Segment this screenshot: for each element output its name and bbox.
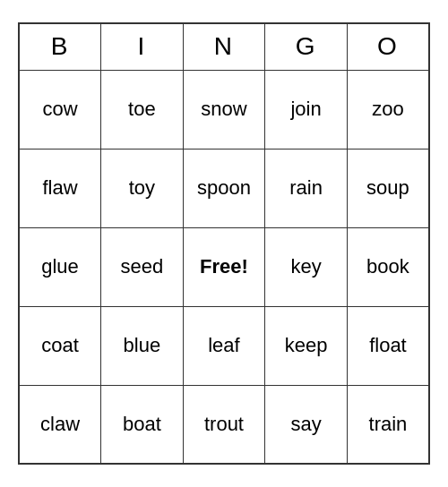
bingo-cell-2-3: key	[265, 227, 348, 306]
bingo-cell-2-2: Free!	[183, 227, 265, 306]
bingo-cell-4-3: say	[265, 385, 348, 464]
bingo-cell-0-3: join	[265, 70, 348, 149]
header-col-i: I	[101, 23, 184, 70]
bingo-cell-0-4: zoo	[347, 70, 429, 149]
bingo-cell-1-0: flaw	[19, 149, 101, 227]
header-col-b: B	[19, 23, 101, 70]
bingo-cell-4-4: train	[347, 385, 429, 464]
bingo-cell-0-2: snow	[183, 70, 265, 149]
bingo-cell-0-1: toe	[101, 70, 184, 149]
bingo-cell-3-2: leaf	[183, 306, 265, 385]
bingo-row-0: cowtoesnowjoinzoo	[19, 70, 429, 149]
bingo-row-4: clawboattroutsaytrain	[19, 385, 429, 464]
bingo-cell-1-2: spoon	[183, 149, 265, 227]
bingo-cell-4-1: boat	[101, 385, 184, 464]
bingo-cell-0-0: cow	[19, 70, 101, 149]
bingo-row-3: coatblueleafkeepfloat	[19, 306, 429, 385]
header-col-g: G	[265, 23, 348, 70]
bingo-cell-3-4: float	[347, 306, 429, 385]
bingo-card: BINGO cowtoesnowjoinzooflawtoyspoonrains…	[18, 22, 430, 465]
bingo-row-1: flawtoyspoonrainsoup	[19, 149, 429, 227]
header-row: BINGO	[19, 23, 429, 70]
header-col-n: N	[183, 23, 265, 70]
bingo-cell-4-0: claw	[19, 385, 101, 464]
bingo-cell-1-3: rain	[265, 149, 348, 227]
bingo-cell-2-1: seed	[101, 227, 184, 306]
bingo-cell-2-4: book	[347, 227, 429, 306]
bingo-cell-4-2: trout	[183, 385, 265, 464]
bingo-row-2: glueseedFree!keybook	[19, 227, 429, 306]
bingo-cell-1-4: soup	[347, 149, 429, 227]
bingo-cell-3-1: blue	[101, 306, 184, 385]
bingo-cell-3-3: keep	[265, 306, 348, 385]
bingo-cell-1-1: toy	[101, 149, 184, 227]
bingo-cell-3-0: coat	[19, 306, 101, 385]
header-col-o: O	[347, 23, 429, 70]
bingo-cell-2-0: glue	[19, 227, 101, 306]
